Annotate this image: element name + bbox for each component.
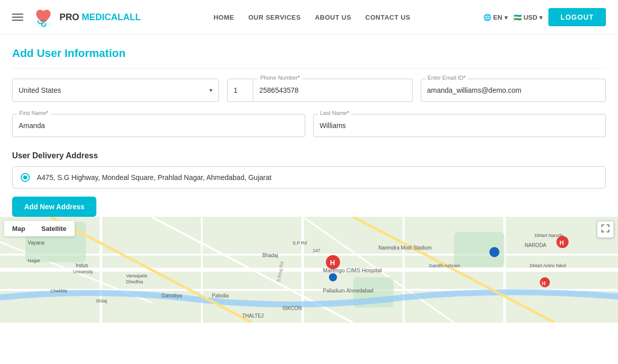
globe-icon: 🌐: [483, 14, 491, 21]
address-box: A475, S.G Highway, Mondeal Square, Prahl…: [12, 166, 606, 189]
first-name-input[interactable]: [12, 114, 305, 137]
last-name-input[interactable]: [313, 114, 606, 137]
logo-brand: MEDICALALL: [82, 12, 141, 22]
svg-text:Bhadaj: Bhadaj: [262, 253, 278, 258]
svg-text:Palodia: Palodia: [212, 293, 229, 298]
svg-text:Shilaj: Shilaj: [96, 298, 107, 304]
main-nav: HOME OUR SERVICES ABOUT US CONTACT US: [213, 14, 410, 21]
nav-home[interactable]: HOME: [213, 14, 234, 21]
svg-text:S.P Rd: S.P Rd: [293, 240, 307, 246]
map-svg: H H H Vayana Nagar Indus University Garo…: [0, 217, 618, 323]
logo-text: PRO MEDICALALL: [60, 12, 141, 23]
currency-chevron-icon: [539, 14, 542, 21]
svg-text:147: 147: [313, 248, 320, 253]
last-name-label: Last Name*: [318, 110, 351, 116]
phone-label: Phone Number*: [258, 75, 302, 81]
currency-label: USD: [524, 14, 537, 21]
add-new-address-button[interactable]: Add New Address: [12, 197, 96, 217]
svg-text:H: H: [542, 281, 545, 286]
form-row-contact: United States United Kingdom Canada Aust…: [12, 79, 606, 102]
address-radio-inner: [23, 175, 27, 179]
svg-text:H: H: [330, 259, 335, 267]
phone-input[interactable]: [253, 79, 413, 102]
country-select-wrapper: United States United Kingdom Canada Aust…: [12, 79, 219, 102]
last-name-wrapper: Last Name*: [313, 114, 606, 137]
email-input[interactable]: [421, 79, 606, 102]
svg-point-24: [489, 247, 499, 257]
logout-button[interactable]: LOGOUT: [548, 8, 606, 26]
language-selector[interactable]: 🌐 EN: [483, 14, 508, 21]
map-tabs: Map Satellite: [4, 221, 75, 236]
phone-group: 1 Phone Number*: [227, 79, 413, 102]
svg-text:H: H: [559, 239, 564, 247]
address-text: A475, S.G Highway, Mondeal Square, Prahl…: [37, 173, 271, 181]
svg-text:Dhedhia: Dhedhia: [126, 279, 143, 284]
svg-text:Vansajada: Vansajada: [126, 273, 147, 278]
email-group: Enter Email ID*: [421, 79, 606, 102]
first-name-label: First Name*: [17, 110, 50, 116]
address-radio[interactable]: [21, 173, 30, 182]
map-container: H H H Vayana Nagar Indus University Garo…: [0, 217, 618, 323]
first-name-wrapper: First Name*: [12, 114, 305, 137]
nav-our-services[interactable]: OUR SERVICES: [248, 14, 301, 21]
lang-chevron-icon: [504, 14, 508, 21]
svg-text:Nagar: Nagar: [28, 258, 40, 263]
page-title: Add User Information: [12, 47, 606, 60]
country-select[interactable]: United States United Kingdom Canada Aust…: [13, 79, 218, 101]
svg-text:ISKCON: ISKCON: [283, 306, 302, 311]
nav-about-us[interactable]: ABOUT US: [315, 14, 351, 21]
divider: [12, 68, 606, 69]
phone-code: 1: [227, 79, 253, 102]
currency-selector[interactable]: 🇺🇿 USD: [514, 14, 542, 21]
svg-text:DMart Antrix Nikol: DMart Antrix Nikol: [530, 263, 566, 268]
page-content: Add User Information United States Unite…: [0, 35, 618, 217]
name-row: First Name* Last Name*: [12, 114, 606, 137]
map-fullscreen-button[interactable]: [597, 221, 614, 238]
svg-text:Chekhla: Chekhla: [50, 288, 67, 293]
logo-icon: [31, 5, 55, 29]
svg-text:NARODA: NARODA: [525, 242, 546, 248]
map-tab-satellite[interactable]: Satellite: [33, 221, 75, 236]
header-left: PRO MEDICALALL: [12, 5, 141, 29]
hamburger-menu[interactable]: [12, 14, 23, 21]
flag-icon: 🇺🇿: [514, 14, 522, 21]
logo-pro: PRO: [60, 12, 82, 22]
svg-text:Palladium Ahmedabad: Palladium Ahmedabad: [323, 288, 373, 293]
nav-contact-us[interactable]: CONTACT US: [365, 14, 410, 21]
map-tab-map[interactable]: Map: [4, 221, 33, 236]
email-label: Enter Email ID*: [426, 75, 468, 81]
svg-text:Gandhi Ashram: Gandhi Ashram: [429, 263, 460, 268]
svg-text:Vayana: Vayana: [28, 240, 45, 246]
svg-text:Garodiya: Garodiya: [161, 293, 182, 298]
svg-text:Marengo CIMS Hospital: Marengo CIMS Hospital: [323, 267, 382, 273]
logo: PRO MEDICALALL: [31, 5, 141, 29]
svg-text:THALTEJ: THALTEJ: [242, 313, 264, 319]
svg-text:DMart Naroda: DMart Naroda: [535, 233, 564, 238]
svg-point-23: [329, 273, 337, 281]
svg-text:University: University: [73, 269, 93, 274]
phone-field-wrapper: Phone Number*: [253, 79, 413, 102]
delivery-section-title: User Delivery Address: [12, 151, 606, 160]
svg-text:Indus: Indus: [76, 263, 88, 268]
header: PRO MEDICALALL HOME OUR SERVICES ABOUT U…: [0, 0, 618, 35]
fullscreen-icon: [601, 224, 609, 232]
svg-text:Narendra Modi Stadium: Narendra Modi Stadium: [378, 245, 432, 251]
header-right: 🌐 EN 🇺🇿 USD LOGOUT: [483, 8, 606, 26]
lang-label: EN: [493, 14, 502, 21]
